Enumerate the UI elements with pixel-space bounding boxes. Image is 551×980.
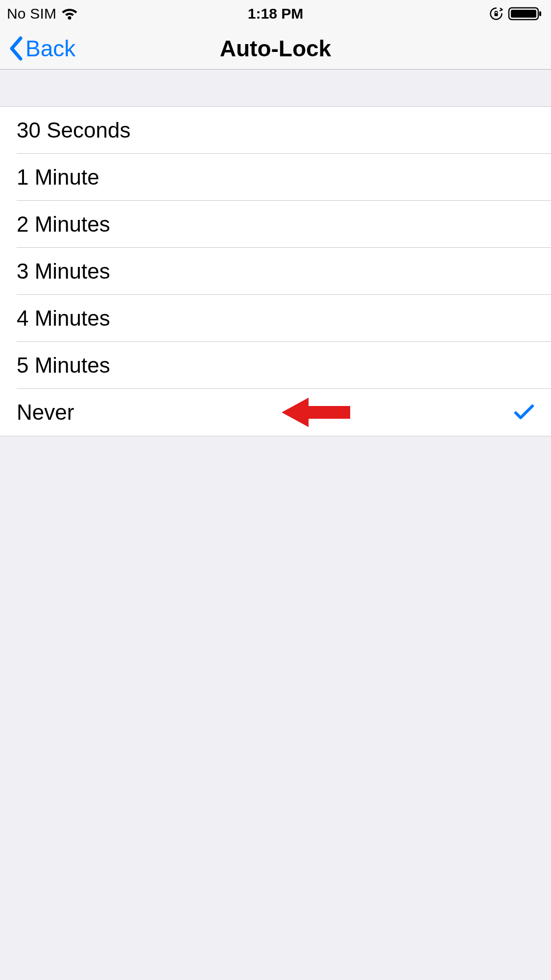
back-button-label: Back [25, 35, 75, 62]
checkmark-icon [514, 404, 534, 421]
back-button[interactable]: Back [0, 35, 75, 62]
page-title: Auto-Lock [220, 35, 331, 62]
option-4-minutes[interactable]: 4 Minutes [0, 295, 551, 342]
status-bar-right [489, 6, 542, 21]
option-label: 30 Seconds [17, 118, 534, 143]
option-label: 3 Minutes [17, 259, 534, 284]
option-label: 5 Minutes [17, 353, 534, 378]
option-1-minute[interactable]: 1 Minute [0, 154, 551, 201]
svg-point-0 [68, 16, 72, 20]
carrier-label: No SIM [7, 5, 56, 22]
nav-bar: Back Auto-Lock [0, 27, 551, 70]
status-bar-left: No SIM [7, 5, 78, 22]
option-label: Never [17, 400, 514, 425]
option-3-minutes[interactable]: 3 Minutes [0, 248, 551, 295]
rotation-lock-icon [489, 7, 503, 21]
option-label: 1 Minute [17, 165, 534, 190]
section-spacer [0, 70, 551, 107]
svg-rect-4 [539, 11, 541, 16]
svg-rect-1 [495, 13, 498, 16]
option-2-minutes[interactable]: 2 Minutes [0, 201, 551, 248]
option-5-minutes[interactable]: 5 Minutes [0, 342, 551, 389]
svg-rect-3 [511, 10, 536, 18]
option-30-seconds[interactable]: 30 Seconds [0, 107, 551, 154]
wifi-icon [61, 7, 78, 20]
option-never[interactable]: Never [0, 389, 551, 436]
status-bar-time: 1:18 PM [248, 5, 303, 22]
option-label: 2 Minutes [17, 212, 534, 237]
option-label: 4 Minutes [17, 306, 534, 331]
battery-icon [508, 6, 542, 21]
status-bar: No SIM 1:18 PM [0, 0, 551, 27]
auto-lock-options-list: 30 Seconds 1 Minute 2 Minutes 3 Minutes … [0, 107, 551, 436]
chevron-left-icon [8, 36, 24, 61]
